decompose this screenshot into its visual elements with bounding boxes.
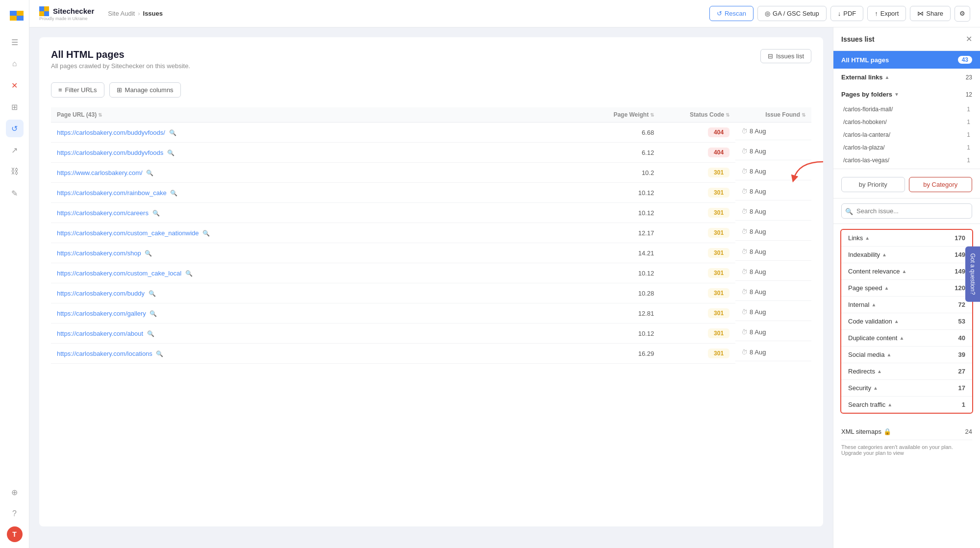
category-item[interactable]: Links ▲ 170 [841,230,972,247]
pdf-button[interactable]: ↓ PDF [830,6,864,21]
svg-marker-4 [17,16,24,21]
search-url-icon[interactable]: 🔍 [147,330,154,337]
folder-item[interactable]: /carlos-las-vegas/1 [833,154,980,167]
status-column-header[interactable]: Status Code ⇅ [660,107,735,123]
url-link[interactable]: https://carlosbakery.com/shop [57,249,141,257]
nav-help-icon[interactable]: ? [6,505,24,523]
date-cell: ⏱ 8 Aug [735,123,811,140]
url-link[interactable]: https://carlosbakery.com/rainbow_cake [57,189,167,197]
url-link[interactable]: https://carlosbakery.com/custom_cake_loc… [57,270,181,277]
folder-item[interactable]: /carlos-hoboken/1 [833,116,980,128]
category-item[interactable]: Security ▲ 17 [841,380,972,397]
search-url-icon[interactable]: 🔍 [146,170,153,176]
search-url-icon[interactable]: 🔍 [156,350,163,357]
nav-bug-icon[interactable]: ✕ [6,76,24,94]
weight-sort-icon[interactable]: ⇅ [650,112,654,118]
all-html-count: 43 [958,56,972,64]
url-link[interactable]: https://carlosbakery.com/buddy [57,290,145,297]
url-cell: https://carlosbakery.com/buddyvfoods 🔍 [51,143,583,163]
url-column-header[interactable]: Page URL (43) ⇅ [51,107,583,123]
issue-sort-icon[interactable]: ⇅ [802,112,805,118]
status-sort-icon[interactable]: ⇅ [726,112,729,118]
close-button[interactable]: ✕ [966,34,972,44]
date-cell: ⏱ 8 Aug [735,183,811,200]
search-url-icon[interactable]: 🔍 [167,149,175,156]
export-button[interactable]: ↑ Export [867,6,906,21]
xml-sitemaps-row[interactable]: XML sitemaps 🔒 24 [841,423,972,440]
status-badge: 301 [708,188,729,198]
search-url-icon[interactable]: 🔍 [145,250,152,257]
breadcrumb-parent[interactable]: Site Audit [108,10,135,17]
table-row: https://carlosbakery.com/rainbow_cake 🔍 … [51,183,811,203]
right-panel: Issues list ✕ All HTML pages 43 External… [833,27,980,548]
all-html-pages-row[interactable]: All HTML pages 43 [833,51,980,69]
folder-name: /carlos-hoboken/ [843,119,887,125]
issue-found-column-header[interactable]: Issue Found ⇅ [735,107,811,123]
folder-item[interactable]: /carlos-la-cantera/1 [833,128,980,141]
nav-link-icon[interactable]: ⛓ [6,163,24,180]
url-link[interactable]: https://www.carlosbakery.com/ [57,169,143,176]
category-item[interactable]: Search traffic ▲ 1 [841,397,972,413]
category-item[interactable]: Redirects ▲ 27 [841,363,972,380]
nav-users-icon[interactable]: ⊕ [6,483,24,501]
category-item[interactable]: Social media ▲ 39 [841,347,972,363]
share-button[interactable]: ⋈ Share [910,6,951,21]
category-item[interactable]: Page speed ▲ 120 [841,280,972,297]
url-link[interactable]: https://carlosbakery.com/about [57,330,143,337]
url-sort-icon[interactable]: ⇅ [98,112,102,118]
nav-sync-icon[interactable]: ↺ [6,120,24,137]
category-item[interactable]: Content relevance ▲ 149 [841,263,972,280]
clock-icon: ⏱ [741,188,748,195]
category-item[interactable]: Internal ▲ 72 [841,297,972,313]
category-chevron-icon: ▲ [877,369,882,374]
weight-column-header[interactable]: Page Weight ⇅ [583,107,660,123]
pdf-icon: ↓ [838,10,841,17]
page-title: All HTML pages [51,49,190,60]
category-item[interactable]: Indexability ▲ 149 [841,247,972,263]
url-link[interactable]: https://carlosbakery.com/locations [57,350,152,357]
issues-list-button[interactable]: ⊟ Issues list [760,49,811,63]
settings-button[interactable]: ⚙ [955,6,970,22]
nav-wrench-icon[interactable]: ✎ [6,184,24,202]
pages-by-folders-section[interactable]: Pages by folders ▼ 12 [833,86,980,103]
rescan-button[interactable]: ↺ Rescan [709,6,754,21]
search-url-icon[interactable]: 🔍 [185,270,193,277]
category-list: Links ▲ 170 Indexability ▲ 149 Content r… [841,230,972,413]
external-links-section[interactable]: External links ▲ 23 [833,69,980,86]
breadcrumb-current: Issues [143,10,163,17]
search-input[interactable] [841,203,972,219]
by-category-tab[interactable]: by Category [909,177,973,192]
got-question-button[interactable]: Got a question? [965,247,980,302]
search-url-icon[interactable]: 🔍 [150,310,157,317]
category-item[interactable]: Code validation ▲ 53 [841,313,972,330]
nav-graph-icon[interactable]: ↗ [6,141,24,159]
ga-gsc-button[interactable]: ◎ GA / GSC Setup [757,6,827,21]
search-url-icon[interactable]: 🔍 [149,290,156,297]
manage-columns-button[interactable]: ⊞ Manage columns [109,82,181,98]
status-badge: 301 [708,288,729,298]
search-url-icon[interactable]: 🔍 [170,190,177,197]
filter-urls-button[interactable]: ≡ Filter URLs [51,82,104,98]
url-link[interactable]: https://carlosbakery.com/buddyvfoods/ [57,129,165,136]
nav-menu-icon[interactable]: ☰ [6,33,24,51]
category-item[interactable]: Duplicate content ▲ 40 [841,330,972,347]
nav-grid-icon[interactable]: ⊞ [6,98,24,116]
folder-item[interactable]: /carlos-la-plaza/1 [833,141,980,154]
url-link[interactable]: https://carlosbakery.com/careers [57,209,149,217]
url-link[interactable]: https://carlosbakery.com/buddyvfoods [57,149,163,156]
by-priority-tab[interactable]: by Priority [841,177,905,192]
url-link[interactable]: https://carlosbakery.com/custom_cake_nat… [57,229,199,237]
user-avatar[interactable]: T [7,526,23,542]
url-cell: https://carlosbakery.com/rainbow_cake 🔍 [51,183,583,203]
category-chevron-icon: ▲ [887,402,892,407]
category-chevron-icon: ▲ [886,352,891,357]
search-url-icon[interactable]: 🔍 [152,210,160,217]
search-url-icon[interactable]: 🔍 [169,129,176,136]
nav-home-icon[interactable]: ⌂ [6,55,24,73]
url-link[interactable]: https://carlosbakery.com/gallery [57,310,146,317]
table-row: https://carlosbakery.com/buddyvfoods 🔍 6… [51,143,811,163]
search-url-icon[interactable]: 🔍 [202,230,210,237]
logo[interactable] [5,6,25,25]
svg-rect-5 [39,6,44,11]
folder-item[interactable]: /carlos-florida-mall/1 [833,103,980,116]
